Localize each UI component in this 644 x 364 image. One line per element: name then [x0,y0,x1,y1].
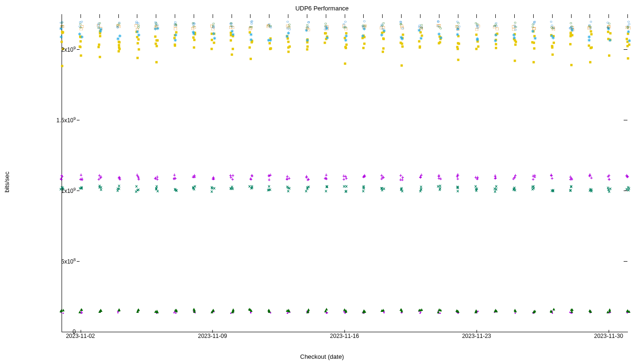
data-point: ∗ [59,35,63,39]
data-point: × [325,189,328,194]
data-point: ■ [477,44,480,49]
data-point: ■ [494,46,497,50]
data-point: × [569,188,572,193]
data-point: × [532,186,535,191]
data-point: ▴ [438,307,440,312]
data-point: ▴ [628,309,630,314]
data-point: ▴ [608,307,611,312]
data-point: × [495,184,498,189]
data-point: × [307,185,310,190]
data-point: × [589,187,592,192]
data-point: ■ [268,46,271,51]
data-point: ▴ [98,309,101,314]
data-point: ▴ [494,309,496,313]
data-point: ■ [400,63,403,68]
data-point: ■ [456,57,459,62]
data-point: ○ [456,24,458,29]
data-point: × [326,185,329,190]
data-point: ○ [305,25,308,30]
data-point: ○ [97,26,100,30]
data-point: ▴ [307,307,310,312]
data-point: ○ [269,24,272,28]
data-point: ▴ [400,307,402,312]
data-point: ○ [437,19,439,24]
data-point: ▴ [553,307,555,311]
data-point: ▴ [324,309,327,313]
data-point: ■ [155,60,158,64]
data-point: ■ [533,46,536,51]
data-point: ▴ [174,308,177,312]
data-point: ▴ [475,309,477,313]
data-point: ▴ [550,309,552,313]
data-point: ○ [493,24,496,28]
data-point: ○ [608,21,610,26]
data-point: ∗ [550,34,554,38]
data-point: + [173,173,176,178]
data-point: × [513,187,516,191]
data-point: ■ [137,47,140,52]
data-point: × [116,189,119,193]
data-point: ∗ [512,33,516,37]
data-point: ▴ [420,307,423,312]
data-point: + [533,173,536,178]
data-point: + [362,175,365,180]
data-point: + [550,173,553,178]
x-tick-label: 2023-11-16 [330,333,359,339]
data-point: ○ [626,25,629,30]
data-point: × [213,186,216,191]
data-point: ▴ [514,309,517,313]
data-point: ■ [570,63,572,67]
data-point: ○ [79,22,82,27]
data-point: ○ [137,25,140,30]
data-point: + [100,175,103,180]
data-point: ∗ [344,34,348,38]
data-point: × [136,188,139,193]
data-point: + [345,176,348,181]
data-point: ■ [230,52,233,57]
data-point: + [399,178,402,182]
data-point: × [456,185,459,190]
x-tick-label: 2023-11-09 [198,333,227,339]
data-point: × [98,184,101,189]
x-tick-label: 2023-11-02 [66,333,95,339]
data-point: ∗ [267,38,270,43]
data-point: ■ [569,42,572,46]
data-point: ■ [117,43,120,47]
data-point: × [420,187,422,192]
y-tick-label: 5x108 [43,257,76,265]
data-point: ○ [476,22,479,27]
data-point: + [307,177,310,182]
data-point: + [626,174,628,179]
data-point: ○ [627,19,630,24]
udp6-performance-chart: UDP6 Performance bits/sec Checkout (date… [0,0,644,364]
data-point: ∗ [174,33,178,37]
data-point: ▴ [589,309,591,313]
chart-title: UDP6 Performance [0,5,644,12]
y-tick-label: 1.5x109 [43,116,76,124]
data-point: ▴ [570,307,572,312]
data-point: ■ [344,46,347,50]
data-point: ○ [439,26,442,31]
data-point: × [381,188,384,193]
data-point: ■ [60,39,63,44]
data-point: ▴ [232,309,234,313]
data-point: + [342,177,345,182]
data-point: × [551,189,554,193]
data-point: ■ [418,44,421,49]
data-point: ∗ [80,35,84,39]
data-point: ∗ [627,38,631,43]
data-point: ■ [78,44,81,49]
data-point: + [118,175,121,180]
data-point: ■ [306,44,309,49]
data-point: ○ [174,23,177,27]
data-point: × [174,187,177,192]
data-point: ∗ [173,38,177,43]
data-point: ■ [589,60,591,64]
data-point: ∗ [212,31,215,36]
data-point: ▴ [418,308,420,312]
data-point: ■ [229,38,232,43]
data-point: ▴ [381,308,383,313]
data-point: ■ [210,46,213,51]
data-point: ■ [551,52,554,57]
data-point: ▴ [136,309,139,314]
